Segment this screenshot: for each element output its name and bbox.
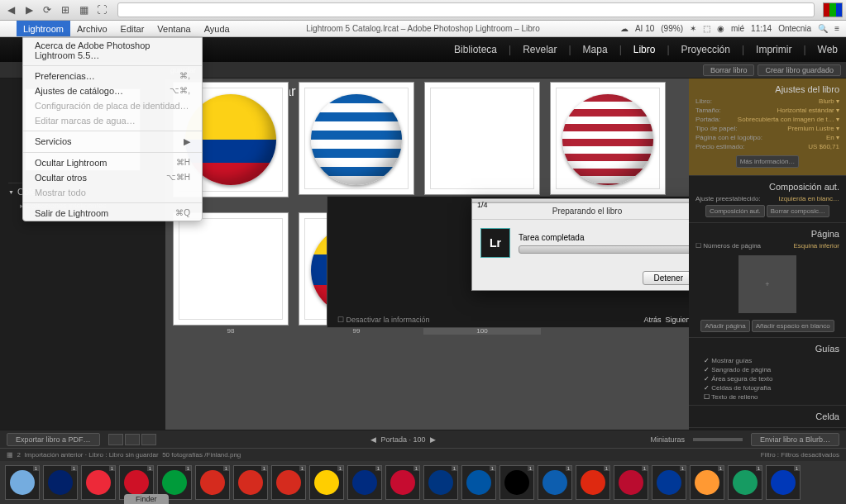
forward-icon[interactable]: ▶: [22, 2, 36, 17]
filmstrip-thumb[interactable]: 1: [43, 465, 78, 500]
filmstrip-thumb[interactable]: 1: [347, 465, 382, 500]
guide-filler-text[interactable]: Texto de relleno: [695, 392, 839, 402]
filmstrip-thumb[interactable]: 1: [271, 465, 306, 500]
corner-select[interactable]: Esquina inferior: [793, 242, 839, 250]
menu-ayuda[interactable]: Ayuda: [198, 21, 237, 36]
apps-icon[interactable]: ▦: [76, 2, 91, 17]
page-thumb[interactable]: 95: [298, 82, 415, 204]
back-button[interactable]: Atrás: [643, 316, 661, 324]
auto-layout-button[interactable]: Composición aut.: [705, 205, 765, 217]
filmstrip-thumb[interactable]: 1: [81, 465, 116, 500]
page-number: 99: [353, 327, 361, 335]
filmstrip-thumb[interactable]: 1: [538, 465, 572, 500]
menu-archivo[interactable]: Archivo: [70, 21, 114, 36]
windows-icon[interactable]: ⊞: [58, 2, 73, 17]
filmstrip-thumb[interactable]: 1: [461, 465, 496, 500]
reload-icon[interactable]: ⟳: [40, 2, 55, 17]
filmstrip-thumb[interactable]: 1: [690, 465, 724, 500]
export-pdf-button[interactable]: Exportar libro a PDF…: [7, 433, 100, 446]
menu-hide-lightroom[interactable]: Ocultar Lightroom⌘H: [23, 155, 202, 170]
path-book[interactable]: Libro : Libro sin guardar: [88, 451, 159, 459]
filmstrip-thumb[interactable]: 1: [652, 465, 686, 500]
status-tray: ☁ AI 10 (99%) ✶ ⬚ ◉ mié 11:14 Ontecnia 🔍…: [620, 24, 846, 33]
color-swatch[interactable]: [823, 2, 843, 17]
auto-layout-title[interactable]: Composición aut.: [695, 179, 839, 194]
filmstrip-thumb[interactable]: 1: [499, 465, 534, 500]
view-spread[interactable]: [125, 434, 140, 445]
book-settings-title[interactable]: Ajustes del libro: [695, 82, 839, 97]
dropbox-icon[interactable]: ⬚: [703, 24, 710, 33]
page-title[interactable]: Página: [695, 226, 839, 241]
module-web[interactable]: Web: [818, 44, 838, 55]
cloud-icon[interactable]: ☁: [620, 24, 629, 33]
filmstrip-thumb[interactable]: 1: [309, 465, 344, 500]
module-proyeccion[interactable]: Proyección: [681, 44, 730, 55]
filmstrip-thumb[interactable]: 1: [728, 465, 762, 500]
module-libro[interactable]: Libro: [633, 44, 656, 55]
add-blank-button[interactable]: Añadir espacio en blanco: [752, 320, 834, 332]
create-saved-book-button[interactable]: Crear libro guardado: [758, 64, 841, 76]
filmstrip-thumb[interactable]: 1: [576, 465, 610, 500]
page-layout-preview[interactable]: +: [738, 255, 796, 313]
page-thumb[interactable]: 98: [172, 212, 289, 335]
wifi-icon[interactable]: ◉: [717, 24, 724, 33]
preset-value[interactable]: Izquierda en blanc…: [779, 195, 839, 202]
flag-icon: [562, 94, 653, 185]
module-mapa[interactable]: Mapa: [583, 44, 608, 55]
page-thumb[interactable]: 96: [423, 82, 541, 204]
menu-services[interactable]: Servicios▶: [23, 134, 202, 150]
module-biblioteca[interactable]: Biblioteca: [454, 44, 497, 55]
disable-info-checkbox[interactable]: ☐ Desactivar la información: [337, 316, 430, 324]
filmstrip-thumb[interactable]: 1: [233, 465, 268, 500]
guide-text-safe[interactable]: Área segura de texto: [695, 374, 839, 383]
notifications-icon[interactable]: ≡: [834, 24, 839, 33]
filter-value[interactable]: Filtros desactivados: [781, 451, 839, 459]
path-count: 50 fotografías /Finland.png: [162, 451, 241, 459]
menu-catalog-settings[interactable]: Ajustes de catálogo…⌥⌘,: [23, 83, 202, 98]
send-to-blurb-button[interactable]: Enviar libro a Blurb…: [751, 433, 839, 446]
menu-hide-others[interactable]: Ocultar otros⌥⌘H: [23, 170, 202, 185]
guides-title[interactable]: Guías: [695, 341, 839, 356]
filmstrip-thumb[interactable]: 1: [195, 465, 230, 500]
second-window-icon[interactable]: 2: [17, 451, 20, 459]
page-nav[interactable]: ◀ Portada · 100 ▶: [156, 435, 651, 444]
flag-icon: [162, 470, 187, 495]
next-button[interactable]: Siguiente: [665, 316, 689, 324]
finder-tab[interactable]: Finder: [124, 494, 169, 504]
clear-book-button[interactable]: Borrar libro: [703, 64, 755, 76]
menu-about[interactable]: Acerca de Adobe Photoshop Lightroom 5.5…: [23, 38, 202, 63]
menu-preferences[interactable]: Preferencias…⌘,: [23, 69, 202, 83]
module-revelar[interactable]: Revelar: [523, 44, 557, 55]
clear-layout-button[interactable]: Borrar composic…: [767, 205, 829, 217]
guide-bleed[interactable]: Sangrado de página: [695, 365, 839, 374]
filmstrip-thumb[interactable]: 1: [5, 465, 40, 500]
fullscreen-icon[interactable]: ⛶: [94, 2, 109, 17]
menu-lightroom[interactable]: Lightroom: [17, 21, 70, 36]
menu-editar[interactable]: Editar: [114, 21, 151, 36]
stop-button[interactable]: Detener: [643, 271, 689, 285]
show-guides-checkbox[interactable]: Mostrar guías: [695, 356, 839, 365]
menu-ventana[interactable]: Ventana: [151, 21, 197, 36]
page-numbers-checkbox[interactable]: ☐ Números de página: [695, 242, 761, 250]
view-mode-buttons: [108, 434, 156, 445]
grid-toggle-icon[interactable]: ▦: [7, 451, 13, 459]
evernote-icon[interactable]: ✶: [690, 24, 696, 33]
back-icon[interactable]: ◀: [3, 2, 18, 17]
filmstrip-thumb[interactable]: 1: [423, 465, 458, 500]
more-info-button[interactable]: Más información…: [736, 155, 800, 168]
filmstrip-thumb[interactable]: 1: [385, 465, 420, 500]
filmstrip-thumb[interactable]: 1: [766, 465, 801, 500]
thumb-size-slider[interactable]: [693, 438, 743, 441]
module-imprimir[interactable]: Imprimir: [756, 44, 791, 55]
filmstrip-thumb[interactable]: 1: [614, 465, 648, 500]
view-single[interactable]: [141, 434, 156, 445]
path-import[interactable]: Importación anterior: [24, 451, 83, 459]
spotlight-icon[interactable]: 🔍: [818, 24, 828, 33]
menu-quit[interactable]: Salir de Lightroom⌘Q: [23, 206, 202, 221]
cell-title[interactable]: Celda: [695, 409, 839, 424]
url-bar[interactable]: [117, 2, 815, 17]
guide-photo-cells[interactable]: Celdas de fotografía: [695, 383, 839, 392]
page-thumb[interactable]: 97: [549, 82, 667, 204]
add-page-button[interactable]: Añadir página: [700, 320, 749, 332]
view-grid[interactable]: [108, 434, 123, 445]
